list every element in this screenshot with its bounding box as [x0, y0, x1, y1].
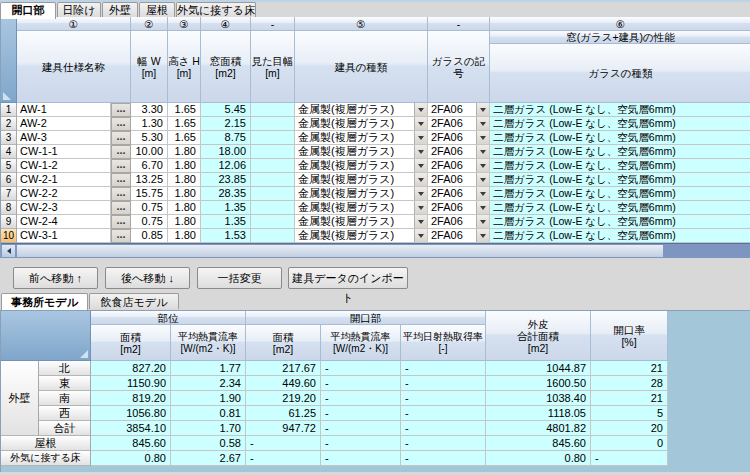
column-header-apparent-width[interactable]: 見た目幅[m] — [251, 31, 295, 103]
cell-height[interactable]: 1.80 — [168, 145, 201, 159]
chevron-down-icon[interactable] — [414, 159, 427, 172]
detail-button[interactable]: ... — [111, 229, 131, 243]
tab-opening[interactable]: 開口部 — [0, 2, 56, 19]
chevron-down-icon[interactable] — [476, 173, 489, 186]
tab-office-model[interactable]: 事務所モデル — [1, 293, 88, 310]
cell-height[interactable]: 1.80 — [168, 159, 201, 173]
cell-spec-name[interactable]: CW-2-4 — [17, 215, 111, 229]
cell-spec-name[interactable]: AW-1 — [17, 103, 111, 117]
tab-roof[interactable]: 屋根 — [139, 2, 175, 17]
import-fixture-data-button[interactable]: 建具データのインポート — [288, 267, 408, 289]
column-header-width[interactable]: 幅 W[m] — [131, 31, 168, 103]
scroll-left-button[interactable] — [1, 244, 16, 258]
scrollbar-thumb[interactable] — [16, 244, 664, 258]
row-header[interactable]: 9 — [1, 215, 17, 229]
detail-button[interactable]: ... — [111, 173, 131, 187]
frame-type-dropdown[interactable]: 金属製(複層ガラス) — [295, 117, 428, 131]
cell-spec-name[interactable]: CW-2-3 — [17, 201, 111, 215]
row-header[interactable]: 3 — [1, 131, 17, 145]
cell-width[interactable]: 0.75 — [131, 201, 168, 215]
horizontal-scrollbar[interactable] — [1, 243, 750, 258]
column-header-window-area[interactable]: 窓面積[m2] — [201, 31, 251, 103]
grid-corner-cell[interactable] — [1, 17, 17, 103]
row-header[interactable]: 6 — [1, 173, 17, 187]
cell-width[interactable]: 3.30 — [131, 103, 168, 117]
column-header-name[interactable]: 建具仕様名称 — [17, 31, 131, 103]
detail-button[interactable]: ... — [111, 159, 131, 173]
tab-restaurant-model[interactable]: 飲食店モデル — [89, 293, 179, 309]
row-header[interactable]: 7 — [1, 187, 17, 201]
chevron-down-icon[interactable] — [414, 187, 427, 200]
row-header[interactable]: 4 — [1, 145, 17, 159]
glass-code-dropdown[interactable]: 2FA06 — [428, 173, 490, 187]
cell-height[interactable]: 1.80 — [168, 215, 201, 229]
glass-code-dropdown[interactable]: 2FA06 — [428, 117, 490, 131]
chevron-down-icon[interactable] — [476, 103, 489, 116]
chevron-down-icon[interactable] — [476, 215, 489, 228]
cell-width[interactable]: 5.30 — [131, 131, 168, 145]
frame-type-dropdown[interactable]: 金属製(複層ガラス) — [295, 159, 428, 173]
frame-type-dropdown[interactable]: 金属製(複層ガラス) — [295, 131, 428, 145]
cell-spec-name[interactable]: CW-3-1 — [17, 229, 111, 243]
column-header-frame-type[interactable]: 建具の種類 — [295, 31, 428, 103]
bulk-change-button[interactable]: 一括変更 — [197, 267, 282, 289]
chevron-down-icon[interactable] — [476, 145, 489, 158]
chevron-down-icon[interactable] — [476, 131, 489, 144]
glass-code-dropdown[interactable]: 2FA06 — [428, 187, 490, 201]
glass-code-dropdown[interactable]: 2FA06 — [428, 229, 490, 243]
column-header-glass-code[interactable]: ガラスの記号 — [428, 31, 490, 103]
cell-width[interactable]: 0.75 — [131, 215, 168, 229]
cell-height[interactable]: 1.65 — [168, 117, 201, 131]
cell-width[interactable]: 0.85 — [131, 229, 168, 243]
glass-code-dropdown[interactable]: 2FA06 — [428, 145, 490, 159]
chevron-down-icon[interactable] — [414, 229, 427, 242]
cell-spec-name[interactable]: CW-2-2 — [17, 187, 111, 201]
detail-button[interactable]: ... — [111, 117, 131, 131]
cell-height[interactable]: 1.65 — [168, 131, 201, 145]
cell-width[interactable]: 10.00 — [131, 145, 168, 159]
cell-width[interactable]: 13.25 — [131, 173, 168, 187]
detail-button[interactable]: ... — [111, 187, 131, 201]
chevron-down-icon[interactable] — [476, 117, 489, 130]
frame-type-dropdown[interactable]: 金属製(複層ガラス) — [295, 201, 428, 215]
chevron-down-icon[interactable] — [414, 145, 427, 158]
glass-code-dropdown[interactable]: 2FA06 — [428, 201, 490, 215]
frame-type-dropdown[interactable]: 金属製(複層ガラス) — [295, 145, 428, 159]
chevron-down-icon[interactable] — [414, 103, 427, 116]
chevron-down-icon[interactable] — [476, 187, 489, 200]
glass-code-dropdown[interactable]: 2FA06 — [428, 215, 490, 229]
cell-spec-name[interactable]: CW-1-2 — [17, 159, 111, 173]
chevron-down-icon[interactable] — [414, 215, 427, 228]
move-down-button[interactable]: 後へ移動 ↓ — [105, 267, 190, 289]
cell-height[interactable]: 1.80 — [168, 229, 201, 243]
frame-type-dropdown[interactable]: 金属製(複層ガラス) — [295, 229, 428, 243]
cell-spec-name[interactable]: AW-3 — [17, 131, 111, 145]
chevron-down-icon[interactable] — [414, 131, 427, 144]
row-header[interactable]: 2 — [1, 117, 17, 131]
chevron-down-icon[interactable] — [476, 229, 489, 242]
frame-type-dropdown[interactable]: 金属製(複層ガラス) — [295, 103, 428, 117]
detail-button[interactable]: ... — [111, 131, 131, 145]
cell-spec-name[interactable]: CW-1-1 — [17, 145, 111, 159]
cell-height[interactable]: 1.80 — [168, 201, 201, 215]
detail-button[interactable]: ... — [111, 145, 131, 159]
chevron-down-icon[interactable] — [414, 201, 427, 214]
frame-type-dropdown[interactable]: 金属製(複層ガラス) — [295, 215, 428, 229]
row-header[interactable]: 5 — [1, 159, 17, 173]
move-up-button[interactable]: 前へ移動 ↑ — [13, 267, 98, 289]
tab-wall[interactable]: 外壁 — [102, 2, 138, 17]
cell-spec-name[interactable]: CW-2-1 — [17, 173, 111, 187]
chevron-down-icon[interactable] — [414, 173, 427, 186]
frame-type-dropdown[interactable]: 金属製(複層ガラス) — [295, 173, 428, 187]
glass-code-dropdown[interactable]: 2FA06 — [428, 159, 490, 173]
tab-floor-outside-air[interactable]: 外気に接する床 — [176, 2, 256, 17]
column-header-height[interactable]: 高さ H[m] — [168, 31, 201, 103]
detail-button[interactable]: ... — [111, 103, 131, 117]
detail-button[interactable]: ... — [111, 201, 131, 215]
row-header[interactable]: 1 — [1, 103, 17, 117]
cell-height[interactable]: 1.65 — [168, 103, 201, 117]
chevron-down-icon[interactable] — [476, 159, 489, 172]
tab-shading[interactable]: 日除け — [57, 2, 101, 17]
row-header-current[interactable]: 10 — [1, 229, 17, 243]
cell-width[interactable]: 1.30 — [131, 117, 168, 131]
